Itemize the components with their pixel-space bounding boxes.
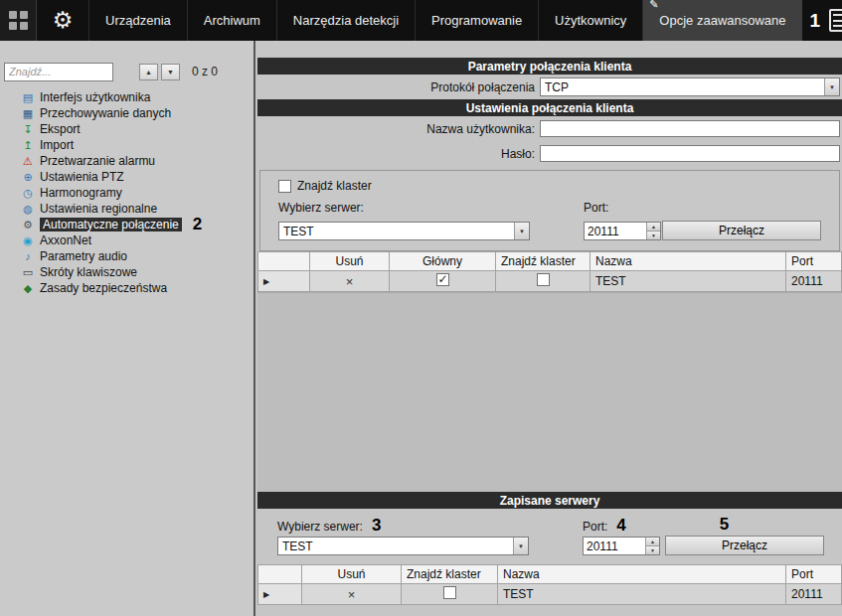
stepper-down-icon[interactable]: ▼: [646, 545, 659, 554]
table-row: ▶ × TEST 20111: [258, 584, 842, 605]
tree-item-label: Import: [40, 138, 74, 152]
stepper-up-icon[interactable]: ▲: [647, 223, 660, 231]
sidebar-item-interfejs-uzytkownika[interactable]: ▤ Interfejs użytkownika: [0, 89, 253, 105]
settings-tree: ▤ Interfejs użytkownika ▦ Przechowywanie…: [0, 89, 253, 296]
audio-icon: ♪: [21, 249, 35, 263]
sidebar-item-eksport[interactable]: ↧ Eksport: [0, 121, 253, 137]
delete-server-button[interactable]: ×: [310, 271, 390, 292]
servers-table: Usuń Główny Znajdź klaster Nazwa Port ▶ …: [257, 251, 842, 292]
saved-server-value: TEST: [278, 538, 513, 554]
sidebar-item-ustawienia-ptz[interactable]: ⊕ Ustawienia PTZ: [0, 169, 253, 185]
annotation-marker-2: 2: [193, 215, 202, 234]
row-selector-header: [258, 252, 310, 271]
server-value: TEST: [279, 223, 514, 239]
search-next-button[interactable]: ▼: [161, 64, 180, 80]
tab-programowanie[interactable]: Programowanie: [415, 0, 538, 41]
search-prev-button[interactable]: ▲: [139, 64, 158, 80]
client-connection-header: Parametry połączenia klienta: [257, 58, 842, 75]
tree-item-label: Przetwarzanie alarmu: [40, 154, 155, 168]
table-header-row: Usuń Główny Znajdź klaster Nazwa Port: [258, 252, 842, 271]
stepper-down-icon[interactable]: ▼: [647, 231, 660, 239]
storage-icon: ▦: [21, 106, 35, 120]
find-cluster-checkbox[interactable]: [278, 180, 291, 193]
saved-port-stepper[interactable]: 20111 ▲ ▼: [583, 537, 660, 555]
chevron-down-icon[interactable]: ▼: [824, 78, 839, 95]
port-column-header: Port: [786, 565, 842, 584]
protocol-dropdown[interactable]: TCP ▼: [540, 77, 840, 96]
annotation-marker-5: 5: [720, 515, 729, 535]
server-switch-panel: Znajdź klaster Wybierz serwer: TEST ▼ Po…: [259, 170, 840, 251]
main-checkbox[interactable]: [436, 273, 449, 286]
saved-servers-form: Wybierz serwer: 3 TEST ▼ Port: 4 20111: [257, 509, 842, 564]
settings-content: Parametry połączenia klienta Protokół po…: [257, 41, 842, 616]
row-selector-cell[interactable]: ▶: [258, 271, 310, 292]
username-label: Nazwa użytkownika:: [257, 122, 540, 136]
delete-server-button[interactable]: ×: [302, 584, 402, 605]
server-port-cell: 20111: [786, 584, 842, 605]
top-menu-bar: ⚙ Urządzenia Archiwum Narzędzia detekcji…: [0, 0, 842, 41]
tree-item-label: Przechowywanie danych: [40, 106, 171, 120]
sidebar-item-skroty-klawiszowe[interactable]: ▭ Skróty klawiszowe: [0, 264, 253, 280]
port-stepper[interactable]: 20111 ▲ ▼: [584, 222, 661, 240]
select-server-label: Wybierz serwer:: [277, 520, 363, 534]
tab-uzytkownicy[interactable]: Użytkownicy: [538, 0, 642, 41]
port-label: Port:: [583, 520, 607, 534]
find-cluster-checkbox[interactable]: [443, 586, 456, 599]
annotation-marker-3: 3: [372, 516, 381, 536]
settings-gear-icon[interactable]: ⚙: [37, 0, 88, 41]
sidebar-item-ustawienia-regionalne[interactable]: ◍ Ustawienia regionalne: [0, 201, 253, 217]
bottom-spacer: [257, 605, 842, 616]
settings-sidebar: ▲ ▼ 0 z 0 ▤ Interfejs użytkownika ▦ Prze…: [0, 41, 255, 616]
chevron-down-icon[interactable]: ▼: [514, 223, 529, 239]
search-input[interactable]: [4, 63, 113, 81]
row-selector-cell[interactable]: ▶: [258, 584, 302, 605]
sidebar-item-import[interactable]: ↥ Import: [0, 137, 253, 153]
delete-column-header: Usuń: [302, 565, 402, 584]
tree-item-label: Ustawienia regionalne: [40, 202, 157, 216]
tab-archiwum[interactable]: Archiwum: [187, 0, 276, 41]
app-launcher-button[interactable]: [0, 0, 37, 41]
app-window: ⚙ Urządzenia Archiwum Narzędzia detekcji…: [0, 0, 842, 616]
sidebar-item-harmonogramy[interactable]: ◷ Harmonogramy: [0, 185, 253, 201]
tab-urzadzenia[interactable]: Urządzenia: [88, 0, 187, 41]
export-icon: ↧: [21, 122, 35, 136]
saved-switch-button[interactable]: Przełącz: [665, 536, 824, 555]
tab-narzedzia-detekcji[interactable]: Narzędzia detekcji: [276, 0, 415, 41]
find-cluster-checkbox[interactable]: [537, 273, 550, 286]
empty-area: [257, 292, 842, 492]
axxonnet-icon: ◉: [21, 233, 35, 247]
server-dropdown[interactable]: TEST ▼: [278, 222, 530, 240]
password-field[interactable]: [540, 145, 840, 162]
interface-icon: ▤: [21, 90, 35, 104]
protocol-value: TCP: [541, 78, 824, 95]
protocol-row: Protokół połączenia TCP ▼: [257, 77, 842, 97]
menu-tabs: Urządzenia Archiwum Narzędzia detekcji P…: [88, 0, 802, 41]
port-label: Port:: [584, 201, 608, 215]
sidebar-item-przetwarzanie-alarmu[interactable]: ⚠ Przetwarzanie alarmu: [0, 153, 253, 169]
main-column-header: Główny: [390, 252, 496, 271]
saved-server-dropdown[interactable]: TEST ▼: [277, 537, 529, 555]
auto-connect-icon: ⚙: [21, 218, 35, 231]
sidebar-item-przechowywanie-danych[interactable]: ▦ Przechowywanie danych: [0, 105, 253, 121]
sidebar-item-axxonnet[interactable]: ◉ AxxonNet: [0, 232, 253, 248]
find-cluster-column-header: Znajdź klaster: [496, 252, 590, 271]
client-settings-header: Ustawienia połączenia klienta: [257, 99, 842, 116]
sidebar-item-parametry-audio[interactable]: ♪ Parametry audio: [0, 248, 253, 264]
table-header-row: Usuń Znajdź klaster Nazwa Port: [258, 565, 842, 584]
find-cluster-column-header: Znajdź klaster: [402, 565, 498, 584]
tree-item-label: Harmonogramy: [40, 186, 122, 200]
sidebar-item-automatyczne-polaczenie[interactable]: ⚙ Automatyczne połączenie 2: [0, 217, 253, 232]
chevron-down-icon[interactable]: ▼: [513, 538, 528, 554]
sidebar-item-zasady-bezpieczenstwa[interactable]: ◆ Zasady bezpieczeństwa: [0, 280, 253, 296]
tab-opcje-zaawansowane[interactable]: ✎ Opcje zaawansowane: [642, 0, 801, 41]
events-board-icon[interactable]: [829, 9, 842, 32]
password-label: Hasło:: [257, 147, 540, 161]
stepper-up-icon[interactable]: ▲: [646, 538, 659, 545]
security-icon: ◆: [21, 281, 35, 295]
tree-item-label: Parametry audio: [40, 249, 127, 263]
username-row: Nazwa użytkownika:: [257, 118, 842, 139]
saved-servers-header: Zapisane serwery: [257, 492, 842, 509]
server-port-cell: 20111: [786, 271, 842, 292]
switch-button[interactable]: Przełącz: [662, 221, 821, 240]
username-field[interactable]: [540, 120, 840, 137]
